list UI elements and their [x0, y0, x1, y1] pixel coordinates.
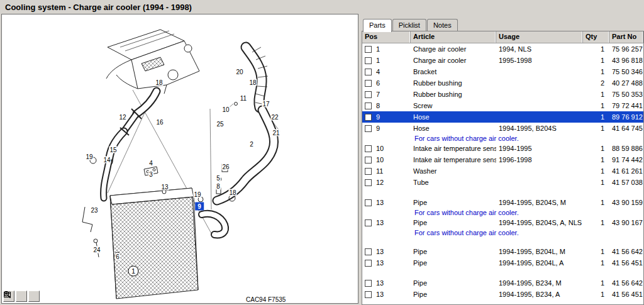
- row-checkbox[interactable]: [365, 291, 372, 298]
- column-header-qty[interactable]: Qty: [583, 31, 609, 43]
- pos-value: 10: [376, 145, 384, 152]
- table-row[interactable]: 13Pipe1994-1995, B204L, M141 56 642: [362, 246, 643, 257]
- table-row[interactable]: 12Tube141 57 038: [362, 177, 643, 188]
- callout-11[interactable]: 11: [240, 95, 247, 102]
- row-checkbox[interactable]: [365, 91, 372, 98]
- row-checkbox[interactable]: [365, 145, 372, 152]
- row-checkbox[interactable]: [365, 80, 372, 87]
- usage-note: For cars without charge air cooler.: [362, 134, 643, 143]
- row-checkbox[interactable]: [365, 260, 372, 267]
- table-row[interactable]: 6Rubber bushing240 27 488: [362, 77, 643, 89]
- tab-parts[interactable]: Parts: [363, 19, 392, 32]
- callout-2[interactable]: 2: [249, 141, 254, 148]
- row-checkbox[interactable]: [365, 114, 372, 121]
- row-checkbox[interactable]: [365, 219, 372, 226]
- table-row[interactable]: 13Pipe1994-1995, B204S, M143 90 159: [362, 197, 643, 208]
- column-header-article[interactable]: Article: [411, 31, 496, 43]
- column-header-pos[interactable]: Pos: [362, 31, 411, 43]
- table-row[interactable]: 10Intake air temperature sensor1994-1995…: [362, 143, 643, 154]
- table-row-selected[interactable]: 9Hose189 76 912: [362, 111, 643, 123]
- callout-4[interactable]: 4: [148, 160, 153, 167]
- callout-3[interactable]: 3: [148, 171, 153, 178]
- qty-value: 1: [583, 248, 609, 255]
- zoom-out-button[interactable]: [16, 291, 27, 302]
- article-value: Charge air cooler: [411, 45, 496, 53]
- part-value: 41 56 451: [609, 259, 643, 267]
- diagram-panel: 1820181110172212251621215191442635138191…: [1, 14, 358, 304]
- tab-picklist[interactable]: Picklist: [392, 19, 426, 31]
- article-value: Pipe: [411, 248, 496, 255]
- callout-12[interactable]: 12: [118, 114, 126, 121]
- row-checkbox[interactable]: [365, 179, 372, 186]
- callout-17[interactable]: 17: [262, 101, 270, 108]
- table-row[interactable]: 11Washer141 61 261: [362, 165, 643, 177]
- callout-10[interactable]: 10: [221, 106, 230, 113]
- callout-5[interactable]: 5: [216, 175, 221, 182]
- table-row[interactable]: 13Pipe1994-1995, B204S, A, NLS143 90 167: [362, 217, 643, 228]
- callout-8[interactable]: 8: [216, 183, 221, 190]
- row-checkbox[interactable]: [365, 69, 372, 75]
- row-checkbox[interactable]: [365, 46, 372, 53]
- pos-value: 9: [376, 113, 380, 121]
- row-checkbox[interactable]: [365, 248, 372, 255]
- callout-18[interactable]: 18: [228, 189, 236, 196]
- qty-value: 1: [583, 102, 609, 109]
- pos-cell: 11: [362, 167, 411, 175]
- callout-6[interactable]: 6: [115, 253, 120, 260]
- pos-value: 6: [376, 79, 380, 87]
- tab-notes[interactable]: Notes: [427, 19, 458, 31]
- part-value: 75 50 353: [609, 91, 643, 98]
- qty-value: 1: [583, 179, 609, 186]
- callout-25[interactable]: 25: [216, 121, 224, 128]
- row-checkbox[interactable]: [365, 168, 372, 175]
- table-row[interactable]: 1Charge air cooler1995-1998143 96 818: [362, 55, 643, 66]
- table-row[interactable]: 7Rubber bushing175 50 353: [362, 89, 643, 100]
- table-row[interactable]: 4Bracket175 50 346: [362, 66, 643, 77]
- article-value: Tube: [411, 179, 496, 186]
- table-row[interactable]: 13Pipe1994-1995, B204L, A141 56 451: [362, 257, 643, 269]
- table-row[interactable]: 13Pipe1994-1995, B234, M141 56 642: [362, 277, 643, 289]
- callout-16[interactable]: 16: [155, 119, 164, 126]
- callout-26[interactable]: 26: [221, 164, 230, 170]
- callout-13[interactable]: 13: [160, 184, 169, 191]
- column-header-part[interactable]: Part No: [609, 31, 643, 43]
- pos-cell: 7: [362, 91, 411, 98]
- callout-20[interactable]: 20: [235, 69, 243, 75]
- usage-note: For cars without charge air cooler.: [362, 228, 643, 237]
- callout-19[interactable]: 19: [193, 191, 201, 198]
- row-checkbox[interactable]: [365, 57, 372, 64]
- row-checkbox[interactable]: [365, 199, 372, 206]
- callout-23[interactable]: 23: [90, 207, 98, 214]
- callout-1[interactable]: 1: [128, 266, 139, 277]
- callout-14[interactable]: 14: [103, 157, 111, 164]
- usage-value: 1994-1995, B204S: [496, 125, 583, 132]
- callout-19[interactable]: 19: [85, 153, 93, 160]
- row-checkbox[interactable]: [365, 157, 372, 164]
- pos-value: 12: [376, 179, 384, 186]
- callout-21[interactable]: 21: [272, 130, 280, 136]
- table-row[interactable]: 9Hose1994-1995, B204S141 64 745: [362, 123, 643, 134]
- article-value: Hose: [411, 125, 496, 132]
- callout-18[interactable]: 18: [248, 79, 257, 86]
- callout-22[interactable]: 22: [270, 114, 279, 121]
- table-row[interactable]: 8Screw179 72 441: [362, 100, 643, 111]
- row-checkbox[interactable]: [365, 103, 372, 109]
- row-checkbox[interactable]: [365, 280, 372, 287]
- table-row[interactable]: 1Charge air cooler1994, NLS175 96 257: [362, 43, 643, 55]
- callout-selected[interactable]: 9: [195, 202, 204, 211]
- qty-value: 2: [583, 79, 609, 87]
- part-value: 41 56 451: [609, 291, 643, 298]
- callout-24[interactable]: 24: [92, 247, 101, 253]
- fit-view-button[interactable]: [28, 291, 40, 302]
- row-checkbox[interactable]: [365, 125, 372, 132]
- callout-15[interactable]: 15: [109, 147, 117, 153]
- column-header-usage[interactable]: Usage: [496, 31, 583, 43]
- usage-value: 1994-1995: [496, 145, 583, 152]
- table-header: PosArticleUsageQtyPart No: [362, 31, 643, 43]
- article-value: Pipe: [411, 259, 496, 267]
- row-spacer: [362, 188, 643, 197]
- table-row[interactable]: 10Intake air temperature sensor1996-1998…: [362, 154, 643, 165]
- callout-18[interactable]: 18: [155, 79, 163, 86]
- table-row[interactable]: 13Pipe1994-1995, B234, A141 56 451: [362, 289, 643, 300]
- pos-value: 13: [376, 199, 384, 206]
